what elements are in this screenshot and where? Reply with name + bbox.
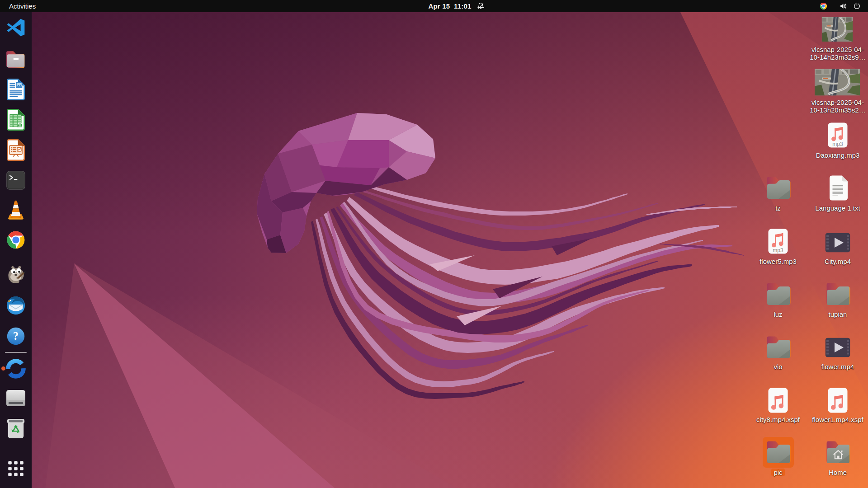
svg-text:?: ? <box>13 330 19 342</box>
